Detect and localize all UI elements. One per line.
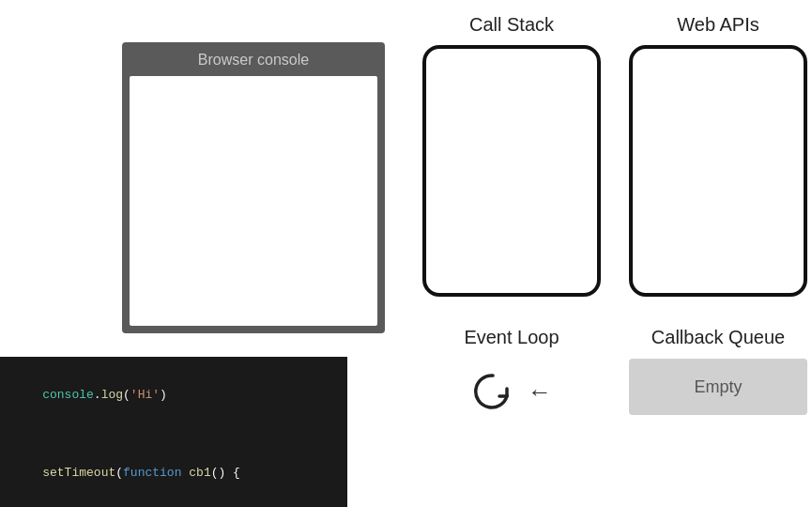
callback-queue-label: Callback Queue [629, 327, 807, 348]
code-line-1: console.log('Hi') [13, 366, 334, 424]
code-panel: console.log('Hi') setTimeout(function cb… [0, 357, 347, 507]
code-line-blank-1 [13, 424, 334, 444]
browser-console-title: Browser console [122, 42, 385, 76]
web-apis-label: Web APIs [629, 14, 807, 36]
browser-console-panel: Browser console [122, 42, 385, 333]
call-stack-label: Call Stack [422, 14, 601, 36]
event-loop-label: Event Loop [422, 327, 601, 348]
call-stack-box [422, 45, 601, 297]
callback-queue-empty-text: Empty [694, 377, 742, 397]
arrow-left-icon: ← [528, 379, 552, 404]
code-line-3: | console.log('cb1') // cb 即 callback [13, 503, 334, 507]
browser-console-body [130, 76, 377, 326]
event-loop-area: ← [422, 359, 601, 424]
code-line-2: setTimeout(function cb1() { [13, 444, 334, 502]
code-token: console [42, 388, 94, 402]
right-section: Call Stack Web APIs Event Loop ← Callbac… [404, 0, 812, 507]
event-loop-icon [471, 370, 514, 413]
callback-queue-box: Empty [629, 359, 807, 415]
web-apis-box [629, 45, 807, 297]
